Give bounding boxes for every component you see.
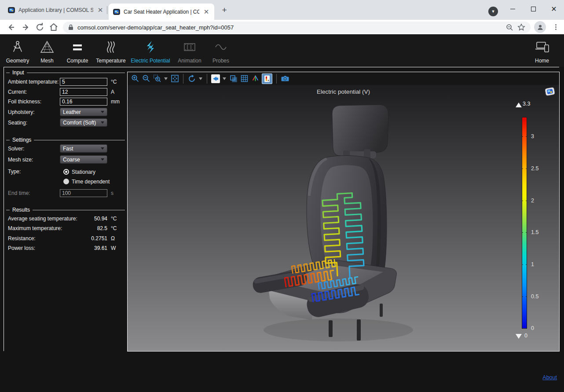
tab-divider (107, 6, 107, 14)
chevron-down-icon[interactable] (164, 74, 168, 83)
reload-icon[interactable] (35, 22, 45, 33)
browser-tab-strip: Application Library | COMSOL Se ✕ Car Se… (0, 0, 564, 20)
legend-tick-label: 0 (531, 325, 534, 331)
chevron-down-icon (101, 111, 104, 113)
seat-headrest (332, 105, 388, 156)
graphics-toolbar (128, 72, 559, 85)
result-value: 82.5 (60, 225, 107, 231)
legend-max-value: 3.3 (523, 101, 530, 107)
application-window: Application Library | COMSOL Se ✕ Car Se… (0, 0, 564, 392)
legend-tick-label: 1.5 (531, 229, 538, 235)
profile-avatar[interactable] (534, 21, 546, 33)
tab-close-icon[interactable]: ✕ (97, 6, 104, 14)
chevron-down-icon[interactable] (198, 74, 203, 83)
rotate-view-icon[interactable] (187, 74, 196, 83)
seat-leg (329, 320, 333, 337)
ambient-temperature-unit: °C (111, 79, 117, 85)
comsol-favicon (8, 7, 15, 13)
section-title: Input (12, 70, 24, 76)
scene-light-icon[interactable] (211, 74, 220, 83)
result-value: 39.61 (60, 245, 107, 251)
ribbon-item-temperature[interactable]: Temperature (92, 34, 129, 67)
radio-time-dependent-label: Time dependent (72, 179, 110, 185)
window-close-button[interactable]: ✕ (544, 0, 564, 18)
graphics-panel: Electric potential (V) (127, 72, 560, 352)
browser-menu-button[interactable] (552, 22, 559, 32)
window-minimize-button[interactable] (502, 0, 523, 18)
toolbar-separator (183, 74, 183, 84)
current-unit: A (111, 89, 114, 95)
result-unit: W (111, 245, 116, 251)
home-devices-icon (534, 40, 550, 55)
browser-tab-car-seat-heater[interactable]: Car Seat Heater Application | CO ✕ (109, 4, 214, 20)
section-header-input: Input (6, 70, 125, 76)
zoom-box-icon[interactable] (153, 74, 161, 83)
ambient-temperature-label: Ambient temperature: (8, 79, 59, 85)
toolbar-separator (276, 74, 277, 84)
ribbon-item-electric-potential[interactable]: Electric Potential (129, 34, 172, 67)
car-seat-3d-model[interactable] (245, 101, 449, 348)
address-bar[interactable]: comsol.com/server-demo/app/car_seat_heat… (63, 22, 531, 33)
radio-time-dependent[interactable] (63, 179, 69, 184)
ribbon-item-compute[interactable]: Compute (62, 34, 92, 67)
person-icon (537, 24, 544, 31)
upholstery-dropdown[interactable]: Leather (60, 108, 107, 116)
chevron-down-icon[interactable] (222, 74, 227, 83)
legend-min-value: 0 (524, 333, 527, 339)
result-label: Resistance: (8, 235, 36, 242)
snapshot-camera-icon[interactable] (281, 74, 289, 83)
url-text[interactable]: comsol.com/server-demo/app/car_seat_heat… (77, 24, 502, 31)
sine-wave-icon (213, 40, 228, 55)
ribbon-label: Geometry (6, 58, 29, 64)
current-label: Current: (8, 89, 27, 95)
grid-icon[interactable] (240, 74, 249, 83)
tab-search-button[interactable]: ▼ (488, 7, 498, 16)
ribbon-item-mesh[interactable]: Mesh (32, 34, 62, 67)
zoom-in-icon[interactable] (131, 74, 139, 83)
default-view-axes-icon[interactable] (251, 74, 260, 83)
zoom-out-icon[interactable] (142, 74, 150, 83)
home-nav-icon[interactable] (48, 22, 59, 33)
ambient-temperature-input[interactable] (60, 78, 107, 86)
seat-leg (380, 304, 383, 317)
ribbon-item-geometry[interactable]: Geometry (4, 34, 32, 67)
transparency-icon[interactable] (229, 74, 238, 83)
radio-stationary[interactable] (63, 169, 69, 175)
forward-icon[interactable] (21, 22, 31, 33)
end-time-input[interactable] (60, 189, 107, 197)
bookmark-star-icon[interactable] (517, 23, 525, 31)
back-icon[interactable] (6, 22, 16, 33)
result-unit: Ω (111, 235, 115, 242)
end-time-unit: s (111, 190, 114, 196)
result-label: Power loss: (8, 245, 35, 251)
ribbon-item-animation[interactable]: Animation (172, 34, 208, 67)
window-maximize-button[interactable] (523, 0, 543, 18)
ribbon-item-probes[interactable]: Probes (208, 34, 234, 67)
color-legend-toggle-icon[interactable] (262, 73, 272, 84)
temperature-waves-icon (103, 40, 118, 55)
foil-thickness-input[interactable] (60, 98, 107, 106)
about-link[interactable]: About (542, 374, 557, 381)
browser-tab-application-library[interactable]: Application Library | COMSOL Se ✕ (5, 4, 106, 16)
tab-close-icon[interactable]: ✕ (203, 8, 210, 16)
legend-min-arrow-icon (516, 334, 522, 339)
ribbon-label: Probes (212, 58, 229, 64)
zoom-indicator-icon[interactable] (506, 24, 513, 31)
seating-dropdown[interactable]: Comfort (Soft) (60, 118, 107, 127)
plot-title: Electric potential (V) (128, 88, 559, 95)
mesh-size-dropdown[interactable]: Coarse (60, 155, 107, 164)
zoom-extents-icon[interactable] (170, 74, 179, 83)
current-input[interactable] (60, 88, 107, 96)
ribbon-label: Mesh (40, 58, 53, 64)
film-strip-icon (182, 40, 197, 55)
new-tab-button[interactable]: + (219, 5, 230, 16)
ribbon-label: Temperature (96, 58, 125, 64)
compute-equals-icon (70, 40, 85, 55)
foil-thickness-unit: mm (111, 99, 120, 105)
upholstery-value: Leather (63, 109, 101, 115)
solver-dropdown[interactable]: Fast (60, 144, 107, 153)
plot-canvas[interactable]: Electric potential (V) (128, 85, 559, 351)
result-unit: °C (111, 225, 117, 231)
ribbon-item-home[interactable]: Home (526, 34, 558, 67)
result-value: 50.94 (60, 216, 107, 222)
